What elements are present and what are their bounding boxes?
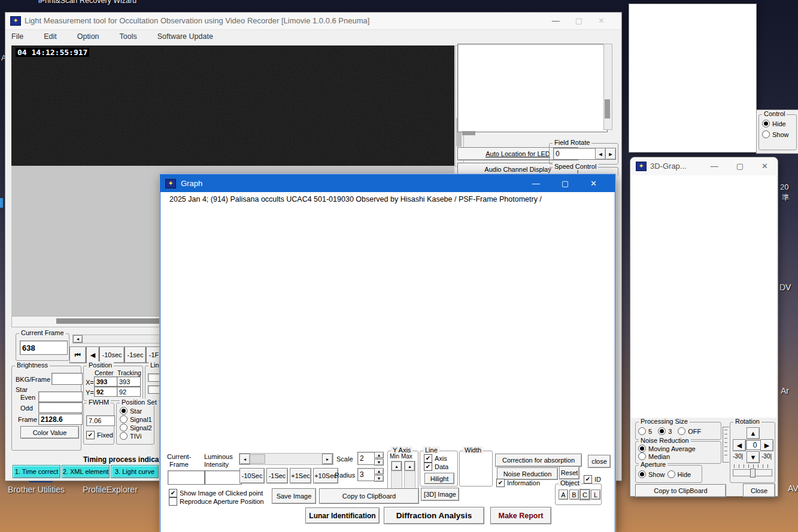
radius-up-arrow[interactable]: ▲ — [374, 468, 384, 475]
field-rotate-input[interactable]: 0 — [553, 148, 597, 160]
field-rotate-right-arrow[interactable]: ▸ — [605, 148, 616, 160]
graph3d-maximize-icon[interactable]: ▢ — [736, 162, 744, 171]
fwhm-fixed-checkbox[interactable]: Fixed — [86, 431, 113, 439]
minus-1sec-button[interactable]: -1sec — [125, 346, 146, 363]
rotate-up-button[interactable]: ▲ — [747, 427, 760, 439]
gc-frame-scrollbar[interactable]: ◂ ▸ — [239, 453, 333, 465]
minus-10sec-button[interactable]: -10sec — [99, 346, 125, 363]
id-checkbox[interactable]: ID — [584, 475, 601, 484]
radio-hide[interactable]: Hide — [762, 120, 789, 127]
information-checkbox[interactable]: Information — [496, 479, 540, 487]
data-list-vscrollbar-thumb[interactable] — [605, 99, 610, 118]
graph3d-minimize-icon[interactable]: — — [711, 162, 718, 171]
rotation-slider-thumb[interactable] — [750, 469, 755, 478]
menu-option[interactable]: Option — [77, 32, 99, 41]
radio-signal1[interactable]: Signal1 — [120, 415, 152, 423]
frame-brightness-value[interactable]: 2128.6 — [38, 414, 83, 425]
graph-maximize-icon[interactable]: ▢ — [562, 179, 569, 188]
id-checkbox-box[interactable] — [584, 475, 592, 484]
radio-hide[interactable]: Hide — [667, 470, 691, 478]
desktop-icon-brother-utilities[interactable]: Brother Utilities — [8, 485, 65, 494]
radio-median[interactable]: Median — [638, 452, 696, 460]
frame-position-scrollbar[interactable]: ◂ — [72, 335, 163, 343]
graph-minimize-icon[interactable]: — — [532, 179, 540, 188]
object-c-button[interactable]: C — [580, 490, 590, 500]
menu-edit[interactable]: Edit — [44, 32, 57, 41]
reset-button[interactable]: Reset — [559, 466, 579, 479]
information-checkbox-box[interactable] — [496, 479, 505, 487]
radio-off[interactable]: OFF — [678, 427, 701, 435]
color-value-button[interactable]: Color Value — [20, 426, 79, 439]
graph3d-close-button[interactable]: Close — [743, 484, 775, 497]
current-frame-value[interactable]: 638 — [20, 341, 68, 355]
line-data-checkbox[interactable]: Data — [424, 463, 448, 471]
gc-current-frame-input[interactable] — [168, 470, 205, 485]
graph-title-bar[interactable]: ✦ Graph — ▢ ✕ — [160, 175, 615, 192]
even-input[interactable] — [38, 391, 83, 402]
yaxis-max-up-arrow[interactable]: ▲ — [405, 461, 415, 471]
gc-scroll-thumb[interactable] — [250, 454, 265, 464]
desktop-label-dv[interactable]: DV — [779, 282, 791, 292]
noise-reduction-button[interactable]: Noise Reduction — [497, 467, 558, 480]
diffraction-analysis-button[interactable]: Diffraction Analysis — [384, 507, 484, 524]
line-axis-checkbox[interactable]: Axis — [424, 454, 447, 463]
gc-luminous-input[interactable] — [205, 470, 242, 485]
gc-scroll-right-arrow[interactable]: ▸ — [322, 454, 333, 464]
y-center-value[interactable]: 92 — [94, 387, 118, 397]
bkg-frame-input[interactable] — [51, 373, 83, 385]
menu-tools[interactable]: Tools — [120, 32, 137, 41]
rotation-slider-track[interactable] — [733, 469, 772, 476]
radio-5[interactable]: 5 — [638, 427, 652, 435]
data-list-hscrollbar-thumb[interactable] — [462, 131, 475, 135]
correction-absorption-button[interactable]: Correction for absorption — [495, 454, 582, 467]
radio-signal2[interactable]: Signal2 — [120, 424, 152, 431]
gc-plus1sec-button[interactable]: +1Sec — [290, 468, 311, 484]
y-tracking-value[interactable]: 92 — [117, 387, 141, 397]
data-list-hscrollbar[interactable] — [457, 130, 611, 137]
image3d-button[interactable]: [3D] Image — [421, 488, 459, 501]
gc-close-button[interactable]: close — [588, 455, 611, 468]
axis-checkbox-box[interactable] — [424, 454, 432, 463]
data-checkbox-box[interactable] — [424, 463, 432, 471]
rewind-start-button[interactable]: ⏮ — [69, 346, 86, 363]
odd-input[interactable] — [38, 402, 83, 413]
lunar-identification-button[interactable]: Lunar Identification — [305, 507, 380, 524]
graph3d-title-bar[interactable]: ✦ 3D-Grap... — ▢ ✕ — [630, 157, 778, 176]
graph-close-icon[interactable]: ✕ — [590, 179, 597, 188]
radio-star[interactable]: Star — [120, 407, 152, 415]
radius-down-arrow[interactable]: ▼ — [374, 475, 384, 482]
desktop-label-kanji[interactable]: 準 — [782, 193, 789, 203]
radio-moving-average[interactable]: Moving Average — [638, 445, 696, 452]
radio-tivi[interactable]: TIVi — [120, 432, 152, 440]
save-image-button[interactable]: Save Image — [272, 488, 316, 504]
radio-show[interactable]: Show — [762, 130, 789, 138]
make-report-button[interactable]: Make Report — [490, 507, 551, 524]
graph3d-close-icon[interactable]: ✕ — [761, 162, 768, 171]
desktop-label-20[interactable]: 20 — [780, 183, 788, 191]
rotate-left-button[interactable]: ◀ — [733, 439, 746, 451]
step-time-correct-button[interactable]: 1. Time correct — [13, 465, 60, 478]
reproduce-aperture-checkbox[interactable]: Reproduce Aperture Position — [169, 497, 264, 506]
measurement-data-list[interactable] — [457, 44, 608, 132]
object-a-button[interactable]: A — [559, 490, 568, 500]
maximize-icon[interactable]: ▢ — [575, 16, 582, 25]
gc-minus10sec-button[interactable]: -10Sec — [239, 468, 265, 484]
object-l-button[interactable]: L — [591, 490, 600, 500]
rotate-right-button[interactable]: ▶ — [760, 439, 773, 451]
radio-3[interactable]: 3 — [658, 427, 672, 435]
menu-software-update[interactable]: Software Update — [157, 32, 213, 41]
fwhm-value[interactable]: 7.06 — [86, 415, 115, 426]
desktop-icon-profileexplorer[interactable]: ProfileExplorer — [83, 485, 138, 494]
desktop-label-ar[interactable]: Ar — [781, 386, 789, 396]
gc-scroll-left-arrow[interactable]: ◂ — [239, 454, 250, 464]
field-rotate-left-arrow[interactable]: ◂ — [595, 148, 606, 160]
mesh-density-slider[interactable] — [723, 427, 729, 463]
desktop-label-av[interactable]: AV — [788, 484, 798, 493]
rotate-down-button[interactable]: ▼ — [747, 451, 760, 463]
step-light-curve-button[interactable]: 3. Light curve — [111, 465, 159, 478]
x-tracking-value[interactable]: 393 — [117, 376, 141, 387]
hilight-button[interactable]: Hilight — [424, 473, 454, 484]
fixed-checkbox-box[interactable] — [86, 431, 95, 439]
reproduce-checkbox-box[interactable] — [169, 497, 177, 506]
graph3d-canvas[interactable] — [631, 175, 776, 418]
